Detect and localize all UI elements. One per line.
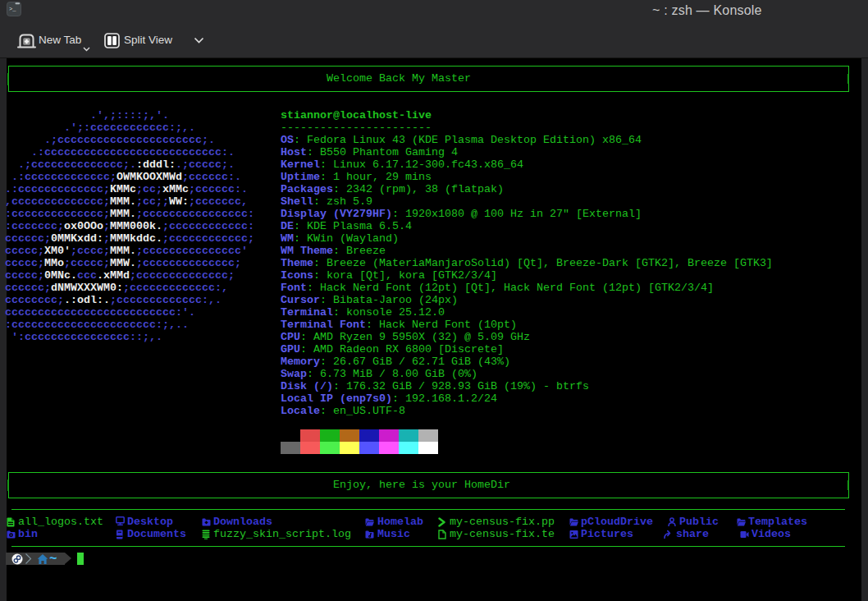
svg-text:>_: >_ [9, 6, 16, 12]
